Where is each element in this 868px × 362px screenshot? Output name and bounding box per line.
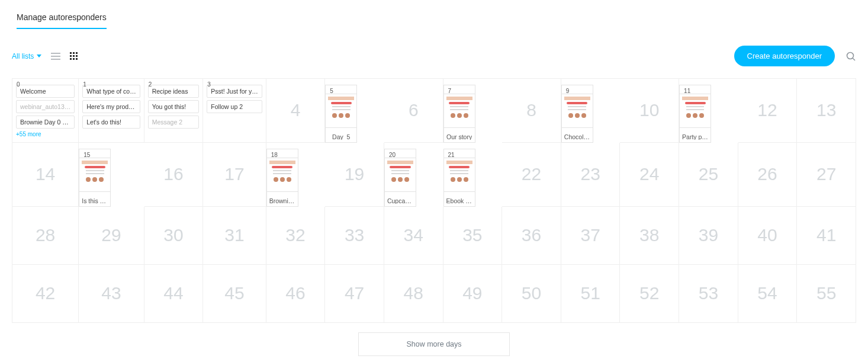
day-cell[interactable]: 50	[502, 265, 561, 323]
thumbnail-label: Chocolate Monste…	[564, 133, 590, 140]
day-cell[interactable]: 29	[79, 207, 144, 265]
day-cell[interactable]: 25	[679, 143, 738, 207]
autoresponder-pill[interactable]: Here's my prod…	[82, 100, 140, 113]
autoresponder-pill[interactable]: Recipe ideas	[148, 85, 200, 98]
list-filter-label: All lists	[12, 52, 34, 60]
day-cell[interactable]: 15Is this what you're…	[79, 149, 111, 207]
day-cell[interactable]: 35	[443, 207, 503, 265]
day-cell[interactable]: 13	[797, 79, 856, 143]
day-cell[interactable]: 53	[679, 265, 738, 323]
day-cell[interactable]: 46	[266, 265, 326, 323]
list-filter-dropdown[interactable]: All lists	[12, 52, 41, 60]
day-cell[interactable]: 7Our story	[443, 85, 475, 143]
day-cell[interactable]: 12	[738, 79, 798, 143]
autoresponder-pill[interactable]: What type of co…	[82, 85, 140, 98]
email-thumbnail[interactable]	[443, 94, 475, 128]
day-cell[interactable]: 43	[79, 265, 144, 323]
day-number: 16	[163, 164, 183, 184]
email-thumbnail[interactable]	[443, 158, 475, 192]
day-cell[interactable]: 33	[325, 207, 384, 265]
day-cell[interactable]: 52	[620, 265, 679, 323]
email-thumbnail[interactable]	[679, 94, 711, 128]
day-cell[interactable]: 44	[144, 265, 204, 323]
day-cell[interactable]: 45	[203, 265, 266, 323]
create-autoresponder-button[interactable]: Create autoresponder	[734, 46, 835, 66]
autoresponder-pill[interactable]: You got this!	[148, 100, 200, 113]
toolbar-left: All lists	[12, 52, 78, 60]
day-cell[interactable]: 19	[325, 143, 384, 207]
day-cell[interactable]: 4	[266, 79, 326, 143]
email-thumbnail[interactable]	[561, 94, 593, 128]
email-thumbnail[interactable]	[384, 158, 416, 192]
day-cell[interactable]: 38	[620, 207, 679, 265]
day-number: 47	[345, 283, 364, 303]
day-cell[interactable]: 9Chocolate Monste…	[561, 85, 593, 143]
svg-point-12	[847, 52, 854, 59]
day-cell[interactable]: 1What type of co…Here's my prod…Let's do…	[79, 79, 144, 143]
day-cell[interactable]: 54	[738, 265, 798, 323]
day-cell[interactable]: 34	[384, 207, 443, 265]
day-cell[interactable]: 39	[679, 207, 738, 265]
day-cell[interactable]: 51	[561, 265, 621, 323]
thumbnail-label: Is this what you're…	[82, 197, 108, 204]
day-cell[interactable]: 48	[384, 265, 443, 323]
day-cell[interactable]: 55	[797, 265, 856, 323]
autoresponder-pill[interactable]: Let's do this!	[82, 116, 140, 129]
day-number: 22	[522, 164, 541, 184]
svg-rect-9	[70, 58, 72, 60]
svg-rect-3	[70, 52, 72, 54]
day-cell[interactable]: 2Recipe ideasYou got this!Message 2	[144, 79, 204, 143]
day-cell[interactable]: 37	[561, 207, 621, 265]
day-cell[interactable]: 26	[738, 143, 798, 207]
email-thumbnail[interactable]	[266, 158, 298, 192]
day-cell[interactable]: 42	[12, 265, 79, 323]
day-number: 35	[462, 225, 482, 245]
day-cell[interactable]: 16	[144, 143, 204, 207]
day-cell[interactable]: 20Cupcake offer	[384, 149, 416, 207]
day-cell[interactable]: 18Brownie offer	[266, 149, 298, 207]
day-cell[interactable]: 22	[502, 143, 561, 207]
day-cell[interactable]: 49	[443, 265, 503, 323]
email-thumbnail[interactable]	[79, 158, 111, 192]
day-cell[interactable]: 36	[502, 207, 561, 265]
day-cell[interactable]: 0Welcomewebinar_auto13…Brownie Day 0 …+5…	[12, 79, 79, 143]
autoresponder-pill[interactable]: webinar_auto13…	[16, 100, 75, 113]
day-cell[interactable]: 11Party planning?	[679, 85, 711, 143]
day-cell[interactable]: 24	[620, 143, 679, 207]
day-cell[interactable]: 23	[561, 143, 621, 207]
day-number: 52	[639, 283, 659, 303]
day-number: 37	[580, 225, 600, 245]
email-thumbnail[interactable]	[325, 94, 357, 128]
day-cell[interactable]: 41	[797, 207, 856, 265]
day-cell[interactable]: 17	[203, 143, 266, 207]
list-view-icon[interactable]	[51, 52, 60, 60]
svg-rect-8	[76, 55, 78, 57]
search-icon[interactable]	[846, 51, 856, 62]
autoresponder-pill[interactable]: Welcome	[16, 85, 75, 98]
grid-view-icon[interactable]	[70, 52, 78, 60]
day-cell[interactable]: 10	[620, 79, 679, 143]
day-cell[interactable]: 47	[325, 265, 384, 323]
day-cell[interactable]: 5Day_5	[325, 85, 357, 143]
day-cell[interactable]: 21Ebook purchase	[443, 149, 475, 207]
day-cell[interactable]: 6	[384, 79, 443, 143]
autoresponder-pill[interactable]: Message 2	[148, 116, 200, 129]
day-cell[interactable]: 14	[12, 143, 79, 207]
day-cell[interactable]: 30	[144, 207, 204, 265]
more-link[interactable]: +55 more	[16, 131, 75, 137]
day-cell[interactable]: 31	[203, 207, 266, 265]
day-cell[interactable]: 8	[502, 79, 561, 143]
autoresponder-pill[interactable]: Psst! Just for y…	[207, 85, 262, 98]
day-cell[interactable]: 27	[797, 143, 856, 207]
thumbnail-label: Our story	[446, 133, 472, 140]
day-number: 19	[345, 164, 364, 184]
day-cell[interactable]: 28	[12, 207, 79, 265]
day-number: 46	[285, 283, 305, 303]
autoresponder-pill[interactable]: Brownie Day 0 …	[16, 116, 75, 129]
day-cell[interactable]: 40	[738, 207, 798, 265]
day-cell[interactable]: 3Psst! Just for y…Follow up 2	[203, 79, 266, 143]
day-cell[interactable]: 32	[266, 207, 326, 265]
day-number: 31	[224, 225, 244, 245]
autoresponder-pill[interactable]: Follow up 2	[207, 100, 262, 113]
show-more-days-button[interactable]: Show more days	[358, 332, 509, 356]
